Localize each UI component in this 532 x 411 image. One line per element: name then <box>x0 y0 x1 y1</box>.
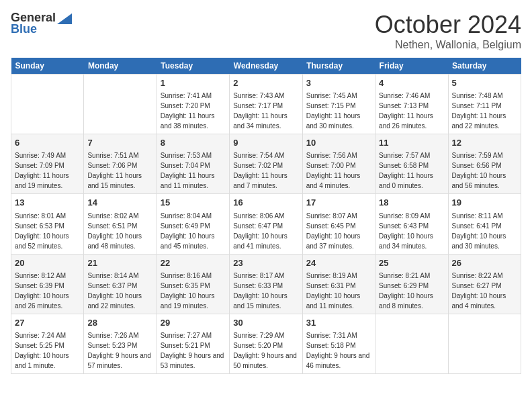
day-info: Sunrise: 8:09 AMSunset: 6:43 PMDaylight:… <box>379 212 433 250</box>
day-number: 23 <box>233 257 298 269</box>
day-info: Sunrise: 7:26 AMSunset: 5:23 PMDaylight:… <box>87 332 151 369</box>
calendar-cell: 18Sunrise: 8:09 AMSunset: 6:43 PMDayligh… <box>375 194 448 254</box>
calendar-week-row: 20Sunrise: 8:12 AMSunset: 6:39 PMDayligh… <box>11 254 521 314</box>
day-info: Sunrise: 8:19 AMSunset: 6:31 PMDaylight:… <box>306 272 361 310</box>
page-header: General Blue October 2024 Nethen, Wallon… <box>11 11 521 51</box>
day-info: Sunrise: 7:57 AMSunset: 6:58 PMDaylight:… <box>379 152 433 189</box>
calendar-cell <box>448 314 521 373</box>
calendar-cell: 17Sunrise: 8:07 AMSunset: 6:45 PMDayligh… <box>302 194 375 254</box>
day-number: 10 <box>306 137 371 149</box>
day-number: 6 <box>15 137 80 149</box>
calendar-cell: 8Sunrise: 7:53 AMSunset: 7:04 PMDaylight… <box>157 134 229 194</box>
calendar-cell: 4Sunrise: 7:46 AMSunset: 7:13 PMDaylight… <box>375 75 448 134</box>
day-number: 1 <box>161 77 226 89</box>
day-number: 3 <box>306 77 371 89</box>
day-info: Sunrise: 7:24 AMSunset: 5:25 PMDaylight:… <box>15 332 69 369</box>
column-header-wednesday: Wednesday <box>230 58 302 75</box>
calendar-cell: 2Sunrise: 7:43 AMSunset: 7:17 PMDaylight… <box>230 75 302 134</box>
day-number: 11 <box>379 137 444 149</box>
logo-blue-text: Blue <box>11 22 37 36</box>
svg-marker-0 <box>57 13 72 24</box>
calendar-cell: 7Sunrise: 7:51 AMSunset: 7:06 PMDaylight… <box>84 134 157 194</box>
calendar-table: SundayMondayTuesdayWednesdayThursdayFrid… <box>11 58 521 374</box>
column-header-thursday: Thursday <box>302 58 375 75</box>
calendar-cell: 5Sunrise: 7:48 AMSunset: 7:11 PMDaylight… <box>448 75 521 134</box>
day-number: 22 <box>161 257 226 269</box>
day-info: Sunrise: 8:07 AMSunset: 6:45 PMDaylight:… <box>306 212 361 250</box>
location-subtitle: Nethen, Wallonia, Belgium <box>375 39 521 51</box>
calendar-cell: 6Sunrise: 7:49 AMSunset: 7:09 PMDaylight… <box>11 134 84 194</box>
day-number: 5 <box>452 77 517 89</box>
day-info: Sunrise: 8:01 AMSunset: 6:53 PMDaylight:… <box>15 212 69 250</box>
calendar-week-row: 13Sunrise: 8:01 AMSunset: 6:53 PMDayligh… <box>11 194 521 254</box>
day-info: Sunrise: 7:48 AMSunset: 7:11 PMDaylight:… <box>452 92 506 130</box>
logo: General Blue <box>11 11 72 36</box>
calendar-cell: 20Sunrise: 8:12 AMSunset: 6:39 PMDayligh… <box>11 254 84 314</box>
calendar-cell: 19Sunrise: 8:11 AMSunset: 6:41 PMDayligh… <box>448 194 521 254</box>
day-info: Sunrise: 8:11 AMSunset: 6:41 PMDaylight:… <box>452 212 506 250</box>
day-info: Sunrise: 7:31 AMSunset: 5:18 PMDaylight:… <box>306 332 370 369</box>
day-number: 12 <box>452 137 517 149</box>
calendar-cell: 9Sunrise: 7:54 AMSunset: 7:02 PMDaylight… <box>230 134 302 194</box>
day-info: Sunrise: 8:12 AMSunset: 6:39 PMDaylight:… <box>15 272 69 310</box>
calendar-cell: 15Sunrise: 8:04 AMSunset: 6:49 PMDayligh… <box>157 194 229 254</box>
calendar-cell: 30Sunrise: 7:29 AMSunset: 5:20 PMDayligh… <box>230 314 302 373</box>
calendar-cell: 31Sunrise: 7:31 AMSunset: 5:18 PMDayligh… <box>302 314 375 373</box>
day-number: 19 <box>452 197 517 209</box>
calendar-cell: 27Sunrise: 7:24 AMSunset: 5:25 PMDayligh… <box>11 314 84 373</box>
day-info: Sunrise: 7:56 AMSunset: 7:00 PMDaylight:… <box>306 152 361 189</box>
day-number: 31 <box>306 317 371 329</box>
day-number: 21 <box>87 257 152 269</box>
calendar-cell: 24Sunrise: 8:19 AMSunset: 6:31 PMDayligh… <box>302 254 375 314</box>
day-number: 8 <box>161 137 226 149</box>
calendar-cell: 26Sunrise: 8:22 AMSunset: 6:27 PMDayligh… <box>448 254 521 314</box>
day-number: 29 <box>161 317 226 329</box>
day-number: 26 <box>452 257 517 269</box>
day-number: 15 <box>161 197 226 209</box>
day-number: 20 <box>15 257 80 269</box>
day-info: Sunrise: 7:46 AMSunset: 7:13 PMDaylight:… <box>379 92 433 130</box>
calendar-cell <box>84 75 157 134</box>
calendar-cell <box>375 314 448 373</box>
column-header-tuesday: Tuesday <box>157 58 229 75</box>
calendar-cell: 21Sunrise: 8:14 AMSunset: 6:37 PMDayligh… <box>84 254 157 314</box>
calendar-cell: 12Sunrise: 7:59 AMSunset: 6:56 PMDayligh… <box>448 134 521 194</box>
logo-icon <box>57 13 72 24</box>
day-number: 24 <box>306 257 371 269</box>
calendar-cell: 25Sunrise: 8:21 AMSunset: 6:29 PMDayligh… <box>375 254 448 314</box>
day-number: 17 <box>306 197 371 209</box>
day-info: Sunrise: 8:06 AMSunset: 6:47 PMDaylight:… <box>233 212 287 250</box>
day-info: Sunrise: 8:22 AMSunset: 6:27 PMDaylight:… <box>452 272 506 310</box>
day-info: Sunrise: 7:29 AMSunset: 5:20 PMDaylight:… <box>233 332 297 369</box>
day-info: Sunrise: 8:04 AMSunset: 6:49 PMDaylight:… <box>161 212 215 250</box>
column-header-sunday: Sunday <box>11 58 84 75</box>
day-number: 7 <box>87 137 152 149</box>
calendar-week-row: 27Sunrise: 7:24 AMSunset: 5:25 PMDayligh… <box>11 314 521 373</box>
day-info: Sunrise: 7:49 AMSunset: 7:09 PMDaylight:… <box>15 152 69 189</box>
month-title: October 2024 <box>375 11 521 39</box>
calendar-cell: 29Sunrise: 7:27 AMSunset: 5:21 PMDayligh… <box>157 314 229 373</box>
day-info: Sunrise: 7:43 AMSunset: 7:17 PMDaylight:… <box>233 92 287 130</box>
calendar-week-row: 6Sunrise: 7:49 AMSunset: 7:09 PMDaylight… <box>11 134 521 194</box>
day-number: 9 <box>233 137 298 149</box>
day-info: Sunrise: 7:41 AMSunset: 7:20 PMDaylight:… <box>161 92 215 130</box>
day-info: Sunrise: 8:02 AMSunset: 6:51 PMDaylight:… <box>87 212 142 250</box>
day-info: Sunrise: 8:14 AMSunset: 6:37 PMDaylight:… <box>87 272 142 310</box>
day-number: 25 <box>379 257 444 269</box>
day-number: 4 <box>379 77 444 89</box>
day-number: 27 <box>15 317 80 329</box>
calendar-cell: 28Sunrise: 7:26 AMSunset: 5:23 PMDayligh… <box>84 314 157 373</box>
day-number: 2 <box>233 77 298 89</box>
calendar-cell: 16Sunrise: 8:06 AMSunset: 6:47 PMDayligh… <box>230 194 302 254</box>
day-info: Sunrise: 7:59 AMSunset: 6:56 PMDaylight:… <box>452 152 506 189</box>
calendar-cell: 13Sunrise: 8:01 AMSunset: 6:53 PMDayligh… <box>11 194 84 254</box>
day-info: Sunrise: 8:17 AMSunset: 6:33 PMDaylight:… <box>233 272 287 310</box>
day-info: Sunrise: 7:53 AMSunset: 7:04 PMDaylight:… <box>161 152 215 189</box>
calendar-cell: 10Sunrise: 7:56 AMSunset: 7:00 PMDayligh… <box>302 134 375 194</box>
calendar-cell <box>11 75 84 134</box>
calendar-cell: 3Sunrise: 7:45 AMSunset: 7:15 PMDaylight… <box>302 75 375 134</box>
day-info: Sunrise: 8:16 AMSunset: 6:35 PMDaylight:… <box>161 272 215 310</box>
column-header-saturday: Saturday <box>448 58 521 75</box>
day-number: 13 <box>15 197 80 209</box>
day-info: Sunrise: 7:45 AMSunset: 7:15 PMDaylight:… <box>306 92 361 130</box>
